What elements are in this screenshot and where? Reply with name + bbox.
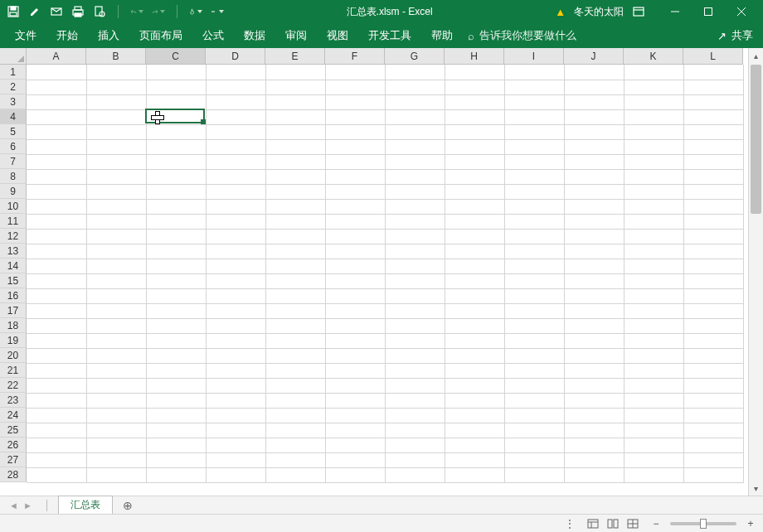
cell[interactable] <box>385 259 445 273</box>
scroll-thumb[interactable] <box>751 65 761 214</box>
row-header[interactable]: 17 <box>0 303 27 318</box>
cell[interactable] <box>683 229 743 244</box>
cell[interactable] <box>206 318 265 333</box>
cell[interactable] <box>206 273 265 288</box>
cell[interactable] <box>86 124 146 139</box>
cell[interactable] <box>504 94 564 109</box>
cell[interactable] <box>325 184 385 199</box>
row-header[interactable]: 16 <box>0 288 27 303</box>
cell[interactable] <box>683 154 743 169</box>
cell[interactable] <box>624 229 683 244</box>
cell[interactable] <box>445 229 504 244</box>
select-all-corner[interactable] <box>0 48 27 65</box>
cell[interactable] <box>504 378 564 393</box>
cell[interactable] <box>445 169 504 184</box>
column-header[interactable]: J <box>564 48 624 65</box>
cell[interactable] <box>385 80 445 94</box>
row-header[interactable]: 15 <box>0 273 27 288</box>
cell[interactable] <box>325 363 385 378</box>
cell[interactable] <box>445 65 504 80</box>
cell[interactable] <box>504 139 564 154</box>
row-header[interactable]: 21 <box>0 363 27 378</box>
cell[interactable] <box>445 303 504 318</box>
cell[interactable] <box>385 199 445 214</box>
cell[interactable] <box>27 273 86 288</box>
cell[interactable] <box>206 393 265 408</box>
cell[interactable] <box>325 65 385 80</box>
tab-nav-arrows[interactable]: ◄► <box>0 501 41 510</box>
cell[interactable] <box>504 393 564 408</box>
cell[interactable] <box>624 303 683 318</box>
cell[interactable] <box>504 154 564 169</box>
cell[interactable] <box>206 154 265 169</box>
cell[interactable] <box>445 408 504 423</box>
cell[interactable] <box>206 467 265 482</box>
cell[interactable] <box>385 65 445 80</box>
cell[interactable] <box>564 65 624 80</box>
cell[interactable] <box>683 348 743 363</box>
cell[interactable] <box>683 273 743 288</box>
cell[interactable] <box>146 259 206 273</box>
cell[interactable] <box>683 423 743 438</box>
cell[interactable] <box>683 80 743 94</box>
cell[interactable] <box>146 378 206 393</box>
cell[interactable] <box>146 348 206 363</box>
cell[interactable] <box>27 438 86 452</box>
vertical-scrollbar[interactable]: ▴ ▾ <box>748 48 763 496</box>
cell[interactable] <box>683 214 743 229</box>
cell[interactable] <box>27 184 86 199</box>
column-header[interactable]: G <box>385 48 445 65</box>
cell[interactable] <box>265 467 325 482</box>
cell[interactable] <box>325 109 385 124</box>
cell[interactable] <box>385 288 445 303</box>
cell[interactable] <box>564 199 624 214</box>
cell[interactable] <box>325 124 385 139</box>
cell[interactable] <box>206 109 265 124</box>
cell[interactable] <box>445 259 504 273</box>
cell[interactable] <box>385 378 445 393</box>
cell[interactable] <box>206 333 265 348</box>
cell[interactable] <box>265 109 325 124</box>
cell[interactable] <box>385 303 445 318</box>
cell[interactable] <box>86 348 146 363</box>
cell[interactable] <box>504 124 564 139</box>
cell[interactable] <box>683 259 743 273</box>
cell[interactable] <box>504 229 564 244</box>
cell[interactable] <box>385 124 445 139</box>
cell[interactable] <box>27 124 86 139</box>
cell[interactable] <box>385 244 445 259</box>
tab-help[interactable]: 帮助 <box>421 23 463 48</box>
cell[interactable] <box>265 65 325 80</box>
cell[interactable] <box>146 199 206 214</box>
cell[interactable] <box>265 154 325 169</box>
cell[interactable] <box>385 423 445 438</box>
cell[interactable] <box>265 199 325 214</box>
sheet-tab-active[interactable]: 汇总表 <box>58 496 113 514</box>
cell[interactable] <box>504 259 564 273</box>
row-header[interactable]: 25 <box>0 423 27 438</box>
cell[interactable] <box>265 318 325 333</box>
close-button[interactable] <box>725 0 758 23</box>
cell[interactable] <box>265 348 325 363</box>
cell[interactable] <box>564 154 624 169</box>
cell[interactable] <box>683 244 743 259</box>
tab-file[interactable]: 文件 <box>5 23 46 48</box>
cell[interactable] <box>86 363 146 378</box>
scroll-down-icon[interactable]: ▾ <box>749 481 763 496</box>
tab-data[interactable]: 数据 <box>234 23 275 48</box>
cell[interactable] <box>683 408 743 423</box>
cell[interactable] <box>504 452 564 467</box>
cell[interactable] <box>27 244 86 259</box>
cell[interactable] <box>564 363 624 378</box>
column-header[interactable]: I <box>504 48 564 65</box>
row-header[interactable]: 4 <box>0 109 27 124</box>
cell[interactable] <box>504 214 564 229</box>
cell[interactable] <box>206 65 265 80</box>
cell[interactable] <box>265 169 325 184</box>
cell[interactable] <box>624 154 683 169</box>
cell[interactable] <box>445 109 504 124</box>
row-header[interactable]: 12 <box>0 229 27 244</box>
zoom-out-button[interactable]: − <box>650 518 662 530</box>
cell[interactable] <box>325 393 385 408</box>
cell[interactable] <box>265 259 325 273</box>
